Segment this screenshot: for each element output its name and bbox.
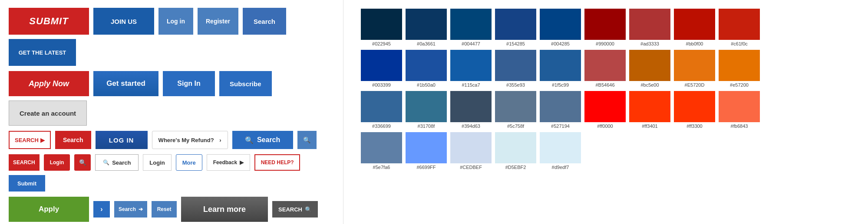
color-swatch: #5c758f (495, 91, 536, 129)
color-swatch: #004285 (540, 9, 581, 46)
login-button[interactable]: Log in (158, 8, 193, 35)
swatch-color-box (540, 91, 581, 122)
swatch-color-label: #004285 (551, 41, 570, 46)
need-help-button[interactable]: NEED HELP? (254, 154, 300, 171)
search-dark-icon-button[interactable]: SEARCH 🔍 (272, 201, 318, 218)
swatch-row-2: #003399#1b50a0#115ca7#355e93#1f5c99#B546… (361, 50, 855, 88)
color-swatch: #ff0000 (584, 91, 626, 129)
color-swatch: #D5EBF2 (495, 132, 536, 170)
refund-arrow-icon: › (219, 137, 221, 143)
swatch-color-box (629, 91, 670, 122)
search-mag-icon: 🔍 (79, 159, 86, 166)
create-account-button[interactable]: Create an account (9, 101, 87, 126)
swatch-color-box (450, 50, 492, 81)
swatch-color-box (629, 9, 670, 40)
swatch-color-label: #1f5c99 (552, 82, 569, 88)
search-icon-large-button[interactable]: 🔍 Search (232, 131, 293, 149)
button-row-1: SUBMIT JOIN US Log in Register Search GE… (9, 8, 330, 66)
search-outline-label: Search (112, 159, 131, 166)
swatch-color-box (584, 9, 626, 40)
search-outline-sm-button[interactable]: 🔍 Search (95, 154, 139, 171)
join-us-button[interactable]: JOIN US (93, 8, 154, 35)
swatch-color-label: #5e7fa6 (373, 165, 390, 170)
search-icon-small-button[interactable]: 🔍 (297, 131, 317, 149)
swatch-color-label: #336699 (372, 123, 391, 129)
swatch-color-label: #B54646 (595, 82, 614, 88)
swatch-row-1: #022945#0a3661#004477#154285#004285#9900… (361, 9, 855, 46)
swatch-color-box (406, 9, 447, 40)
search-dark-label: SEARCH (278, 206, 302, 213)
color-swatch: #355e93 (495, 50, 536, 88)
swatch-color-label: #004477 (462, 41, 480, 46)
swatch-color-label: #e57200 (730, 82, 749, 88)
search-outline-icon: 🔍 (103, 159, 109, 166)
log-in-dark-button[interactable]: LOG IN (96, 131, 148, 149)
color-swatch: #E5720D (674, 50, 715, 88)
swatch-color-label: #5c758f (507, 123, 524, 129)
swatch-color-box (584, 50, 626, 81)
color-swatch: #154285 (495, 9, 536, 46)
apply-green-button[interactable]: Apply (9, 197, 89, 222)
more-button[interactable]: More (176, 154, 202, 171)
reset-button[interactable]: Reset (152, 201, 177, 218)
button-row-5: Apply › Search ➔ Reset Learn more SEARCH… (9, 197, 330, 224)
swatch-color-label: #355e93 (506, 82, 525, 88)
login-outline-sm-button[interactable]: Login (143, 154, 171, 171)
feedback-label: Feedback (213, 159, 237, 166)
color-swatch: #004477 (450, 9, 492, 46)
button-showcase-panel: SUBMIT JOIN US Log in Register Search GE… (0, 0, 339, 224)
color-swatch: #1f5c99 (540, 50, 581, 88)
swatch-color-label: #bc5e00 (640, 82, 659, 88)
swatch-color-box (361, 91, 402, 122)
swatch-color-box (629, 50, 670, 81)
swatch-color-label: #D5EBF2 (505, 165, 526, 170)
swatch-color-label: #c61f0c (731, 41, 748, 46)
login-red-button[interactable]: Login (44, 154, 70, 171)
swatch-color-label: #ff3401 (642, 123, 658, 129)
search-mag-button[interactable]: 🔍 (74, 154, 91, 171)
search-arrow-button[interactable]: Search ➔ (114, 201, 147, 218)
search-arrow-icon: ➔ (139, 206, 143, 212)
color-swatch: #003399 (361, 50, 402, 88)
swatch-color-box (540, 9, 581, 40)
learn-more-button[interactable]: Learn more (181, 197, 268, 222)
register-button[interactable]: Register (198, 8, 238, 35)
swatch-color-box (495, 50, 536, 81)
get-latest-button[interactable]: GET THE LATEST (9, 39, 76, 66)
arrow-icon: ▶ (40, 137, 45, 143)
color-swatch: #B54646 (584, 50, 626, 88)
swatch-color-label: #154285 (506, 41, 525, 46)
swatch-color-box (361, 132, 402, 163)
color-swatch: #990000 (584, 9, 626, 46)
wheres-refund-button[interactable]: Where's My Refund? › (152, 131, 228, 149)
subscribe-button[interactable]: Subscribe (219, 71, 272, 96)
search-icon: 🔍 (245, 136, 254, 144)
get-started-button[interactable]: Get started (93, 71, 158, 96)
sign-in-button[interactable]: Sign In (163, 71, 215, 96)
search-red-fill-button[interactable]: Search (55, 131, 91, 149)
submit-button[interactable]: SUBMIT (9, 8, 89, 35)
swatch-color-label: #6699FF (416, 165, 436, 170)
color-swatch: #bc5e00 (629, 50, 670, 88)
swatch-color-label: #ad3333 (640, 41, 659, 46)
apply-now-button[interactable]: Apply Now (9, 71, 89, 96)
search-arrow-label: Search (119, 206, 136, 212)
swatch-color-box (674, 91, 715, 122)
swatch-color-label: #d9edf7 (552, 165, 569, 170)
swatch-color-box (719, 50, 760, 81)
swatch-color-label: #115ca7 (462, 82, 480, 88)
search-red-sq-button[interactable]: SEARCH (9, 154, 40, 171)
swatch-color-box (450, 91, 492, 122)
submit-sm-button[interactable]: Submit (9, 175, 45, 192)
swatch-color-label: #394d63 (462, 123, 480, 129)
search-red-box-button[interactable]: SEARCH ▶ (9, 131, 51, 149)
button-row-4: SEARCH Login 🔍 🔍 Search Login More Feedb… (9, 154, 330, 192)
feedback-button[interactable]: Feedback ▶ (207, 154, 250, 171)
color-swatch: #d9edf7 (540, 132, 581, 170)
color-swatch: #6699FF (406, 132, 447, 170)
arrow-blue-sm-button[interactable]: › (93, 201, 110, 218)
color-swatch: #31708f (406, 91, 447, 129)
swatch-color-label: #bb0f00 (686, 41, 703, 46)
swatch-color-box (450, 9, 492, 40)
search-button-1[interactable]: Search (243, 8, 286, 35)
